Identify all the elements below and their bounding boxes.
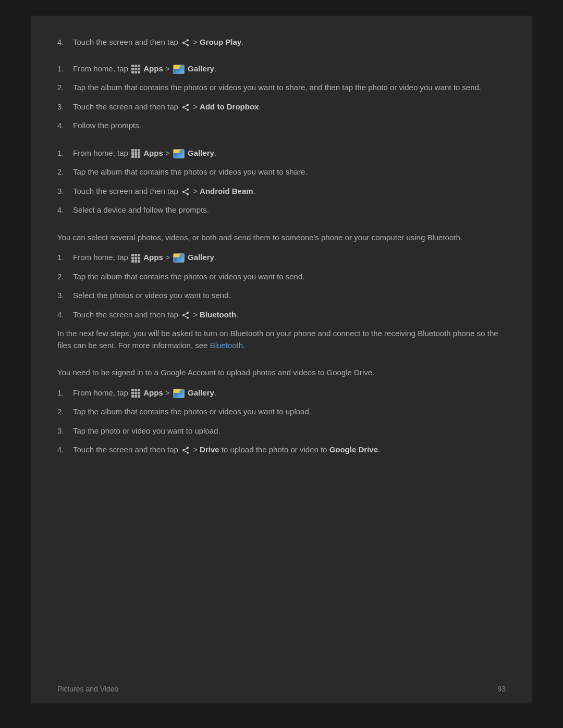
step-text: Touch the screen and then tap > Group Pl… (73, 36, 243, 48)
svg-point-12 (187, 193, 189, 195)
svg-line-23 (185, 451, 187, 452)
google-drive-section: You need to be signed in to a Google Acc… (57, 367, 506, 456)
gallery-icon (173, 389, 185, 398)
share-icon (181, 188, 190, 196)
svg-point-1 (182, 42, 185, 44)
gallery-label: Gallery (188, 388, 214, 397)
page-footer: Pictures and Video 93 (57, 685, 506, 693)
step-item: 4. Touch the screen and then tap > Drive… (57, 444, 506, 456)
svg-point-11 (182, 191, 185, 193)
bold-text: Android Beam (200, 187, 253, 195)
step-text: Follow the prompts. (73, 120, 141, 132)
svg-point-7 (187, 108, 189, 110)
svg-point-0 (187, 39, 189, 41)
step-number: 1. (57, 387, 73, 399)
bold-text: Drive (200, 445, 219, 454)
step-item: 4. Follow the prompts. (57, 120, 506, 132)
step-text: Tap the album that contains the photos o… (73, 406, 311, 418)
page-container: 4. Touch the screen and then tap > Group… (31, 16, 532, 704)
svg-line-14 (185, 190, 187, 191)
step-item: 1. From home, tap Apps > Gallery. (57, 387, 506, 399)
step-item: 4. Touch the screen and then tap > Group… (57, 36, 506, 48)
step-number: 2. (57, 406, 73, 418)
bold-text: Group Play (200, 38, 241, 46)
step-text: From home, tap Apps > Gallery. (73, 252, 216, 264)
apps-grid-icon (131, 149, 140, 158)
step-item: 3. Tap the photo or video you want to up… (57, 425, 506, 437)
apps-label: Apps (143, 149, 163, 157)
bold-text: Bluetooth (200, 310, 236, 319)
step-item: 1. From home, tap Apps > Gallery. (57, 147, 506, 159)
step-text: From home, tap Apps > Gallery. (73, 147, 216, 159)
step-item: 2. Tap the album that contains the photo… (57, 166, 506, 178)
svg-point-15 (187, 312, 189, 314)
gallery-icon (173, 65, 185, 74)
step-item: 2. Tap the album that contains the photo… (57, 271, 506, 283)
step-item: 3. Touch the screen and then tap > Add t… (57, 101, 506, 113)
group-play-section: 4. Touch the screen and then tap > Group… (57, 36, 506, 48)
step-text: Touch the screen and then tap > Android … (73, 186, 255, 198)
apps-grid-icon (131, 254, 140, 263)
share-icon (181, 103, 190, 112)
step-number: 3. (57, 186, 73, 198)
step-number: 3. (57, 101, 73, 113)
gallery-label: Gallery (188, 253, 214, 262)
step-item: 2. Tap the album that contains the photo… (57, 406, 506, 418)
apps-grid-icon (131, 389, 140, 398)
bluetooth-link[interactable]: Bluetooth (210, 341, 243, 350)
svg-line-3 (185, 43, 187, 45)
svg-point-2 (187, 44, 189, 46)
step-number: 4. (57, 204, 73, 216)
svg-point-17 (187, 316, 189, 318)
bold-text-2: Google Drive (329, 445, 378, 454)
step-number: 4. (57, 444, 73, 456)
svg-point-16 (182, 314, 185, 316)
step-text: Select the photos or videos you want to … (73, 290, 231, 302)
step-text: From home, tap Apps > Gallery. (73, 387, 216, 399)
share-icon (181, 446, 190, 454)
step-number: 2. (57, 82, 73, 94)
content-area: 4. Touch the screen and then tap > Group… (57, 31, 506, 477)
bold-text: Add to Dropbox (200, 102, 259, 111)
android-beam-section: 1. From home, tap Apps > Gallery. 2. Tap… (57, 147, 506, 216)
step-item: 4. Touch the screen and then tap > Bluet… (57, 309, 506, 321)
step-text: Tap the album that contains the photos o… (73, 166, 307, 178)
svg-line-19 (185, 313, 187, 315)
step-number: 1. (57, 63, 73, 75)
intro-text: You can select several photos, videos, o… (57, 232, 506, 244)
bluetooth-section: You can select several photos, videos, o… (57, 232, 506, 352)
step-number: 4. (57, 36, 73, 48)
apps-label: Apps (143, 388, 163, 397)
step-item: 3. Select the photos or videos you want … (57, 290, 506, 302)
apps-label: Apps (143, 64, 163, 73)
svg-line-8 (185, 108, 187, 109)
bluetooth-note: In the next few steps, you will be asked… (57, 328, 506, 351)
step-text: Select a device and follow the prompts. (73, 204, 209, 216)
step-text: From home, tap Apps > Gallery. (73, 63, 216, 75)
step-number: 1. (57, 147, 73, 159)
step-number: 3. (57, 425, 73, 437)
step-text: Touch the screen and then tap > Bluetoot… (73, 309, 238, 321)
step-number: 3. (57, 290, 73, 302)
step-item: 1. From home, tap Apps > Gallery. (57, 63, 506, 75)
step-text: Tap the photo or video you want to uploa… (73, 425, 221, 437)
step-number: 4. (57, 309, 73, 321)
svg-point-20 (187, 447, 189, 449)
svg-point-6 (182, 106, 185, 108)
apps-label: Apps (143, 253, 163, 262)
svg-point-22 (187, 452, 189, 454)
step-item: 2. Tap the album that contains the photo… (57, 82, 506, 94)
step-text: Tap the album that contains the photos o… (73, 82, 481, 94)
step-number: 2. (57, 271, 73, 283)
gallery-label: Gallery (188, 64, 214, 73)
svg-point-5 (187, 104, 189, 106)
gallery-icon (173, 149, 185, 158)
svg-line-24 (185, 448, 187, 450)
step-item: 1. From home, tap Apps > Gallery. (57, 252, 506, 264)
svg-line-18 (185, 316, 187, 317)
step-text: Touch the screen and then tap > Add to D… (73, 101, 261, 113)
step-text: Tap the album that contains the photos o… (73, 271, 304, 283)
svg-point-21 (182, 449, 185, 451)
svg-point-10 (187, 188, 189, 190)
step-item: 4. Select a device and follow the prompt… (57, 204, 506, 216)
